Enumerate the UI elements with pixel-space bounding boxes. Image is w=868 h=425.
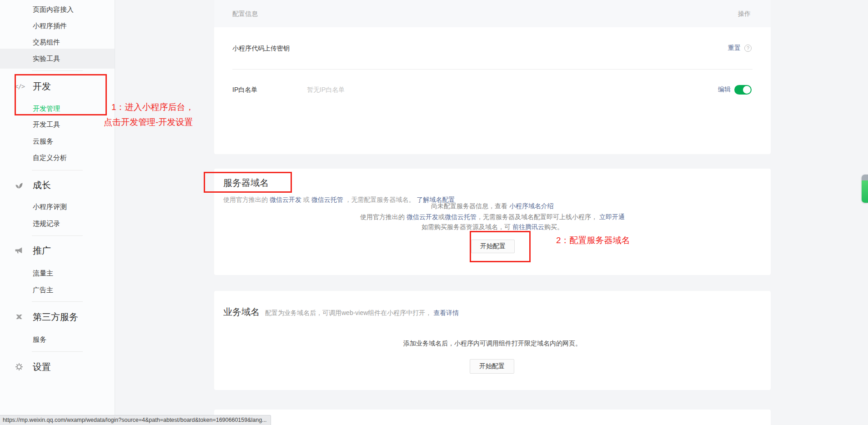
server-domain-card: 服务器域名 使用官方推出的 微信云开发 或 微信云托管 ，无需配置服务器域名。 … xyxy=(214,169,771,275)
floating-widget-cap xyxy=(862,175,868,180)
server-domain-empty-line1: 尚未配置服务器信息，查看 小程序域名介绍 xyxy=(214,201,771,211)
sidebar-item-cloud-service[interactable]: 云服务 xyxy=(33,136,53,146)
empty-text: ，无需服务器及域名配置即可上线小程序， xyxy=(477,213,599,220)
annotation-box-dev-management xyxy=(15,74,107,115)
sidebar-item-page-content-access[interactable]: 页面内容接入 xyxy=(33,5,74,15)
annotation-step1-line1: 1：进入小程序后台， xyxy=(104,100,194,115)
sidebar-divider xyxy=(32,301,83,302)
empty-text: 或 xyxy=(438,213,445,220)
subtitle-text: 配置为业务域名后，可调用web-view组件在小程序中打开， xyxy=(265,309,433,316)
sidebar-divider xyxy=(32,170,83,170)
business-domain-description: 添加业务域名后，小程序内可调用组件打开限定域名内的网页。 xyxy=(214,338,771,348)
upload-key-label: 小程序代码上传密钥 xyxy=(232,43,290,53)
sidebar-item-advertiser[interactable]: 广告主 xyxy=(33,285,53,295)
reset-key-link[interactable]: 重置 xyxy=(728,44,741,52)
sidebar-item-violation-record[interactable]: 违规记录 xyxy=(33,219,60,229)
status-bar-link-preview: https://mp.weixin.qq.com/wxamp/wedata/lo… xyxy=(0,415,271,425)
sidebar: 页面内容接入 小程序插件 交易组件 实验工具 </> 开发 开发管理 开发工具 … xyxy=(0,0,115,425)
goto-tencent-cloud-link[interactable]: 前往腾讯云 xyxy=(512,223,544,230)
sidebar-item-dev-tools[interactable]: 开发工具 xyxy=(33,120,60,130)
activate-now-link[interactable]: 立即开通 xyxy=(599,213,625,220)
annotation-step1: 1：进入小程序后台， 点击开发管理-开发设置 xyxy=(104,100,194,130)
server-domain-empty-line2: 使用官方推出的 微信云开发或微信云托管，无需服务器及域名配置即可上线小程序， 立… xyxy=(214,212,771,222)
config-info-title: 配置信息 xyxy=(232,9,258,19)
floating-helper-widget[interactable] xyxy=(862,175,868,203)
sidebar-item-experiment-tools[interactable]: 实验工具 xyxy=(33,54,60,64)
sidebar-item-miniprogram-plugin[interactable]: 小程序插件 xyxy=(33,21,67,31)
sidebar-divider xyxy=(32,235,83,236)
sidebar-item-custom-analysis[interactable]: 自定义分析 xyxy=(33,153,67,163)
sidebar-divider xyxy=(32,351,83,352)
sidebar-section-growth[interactable]: 成长 xyxy=(33,180,51,190)
server-domain-empty-line3: 如需购买服务器资源及域名，可 前往腾讯云购买。 xyxy=(214,222,771,232)
ip-whitelist-value: 暂无IP白名单 xyxy=(307,85,345,95)
empty-text: 如需购买服务器资源及域名，可 xyxy=(421,223,512,230)
help-icon[interactable]: ? xyxy=(744,45,752,52)
floating-widget-body xyxy=(862,180,868,203)
business-domain-subtitle: 配置为业务域名后，可调用web-view组件在小程序中打开， 查看详情 xyxy=(265,308,459,318)
annotation-box-server-domain xyxy=(204,172,292,193)
config-card-header: 配置信息 操作 xyxy=(214,0,771,27)
annotation-step1-line2: 点击开发管理-开发设置 xyxy=(104,115,194,130)
sidebar-section-third-party[interactable]: 第三方服务 xyxy=(33,311,78,322)
empty-text: 购买。 xyxy=(544,223,563,230)
sidebar-section-promotion[interactable]: 推广 xyxy=(33,245,51,256)
annotation-step2: 2：配置服务器域名 xyxy=(556,233,630,248)
sidebar-item-trade-component[interactable]: 交易组件 xyxy=(33,37,60,47)
sprout-icon xyxy=(15,180,25,190)
wechat-cloud-dev-link[interactable]: 微信云开发 xyxy=(406,213,438,220)
mp-domain-intro-link[interactable]: 小程序域名介绍 xyxy=(509,202,554,210)
toggle-knob xyxy=(743,86,751,94)
sidebar-item-mp-evaluation[interactable]: 小程序评测 xyxy=(33,202,67,212)
config-action-column-label: 操作 xyxy=(738,9,751,19)
ip-whitelist-label: IP白名单 xyxy=(232,85,257,95)
ip-whitelist-actions: 编辑 xyxy=(718,85,752,95)
wechat-cloud-hosting-link[interactable]: 微信云托管 xyxy=(445,213,477,220)
next-section-card xyxy=(214,410,771,425)
sidebar-item-service[interactable]: 服务 xyxy=(33,335,46,345)
business-domain-card: 业务域名 配置为业务域名后，可调用web-view组件在小程序中打开， 查看详情… xyxy=(214,291,771,390)
business-domain-title: 业务域名 xyxy=(223,306,260,317)
megaphone-icon xyxy=(15,246,25,256)
row-divider xyxy=(232,69,753,70)
empty-text: 尚未配置服务器信息，查看 xyxy=(431,202,509,210)
gear-icon xyxy=(15,362,25,372)
sidebar-item-traffic-owner[interactable]: 流量主 xyxy=(33,268,53,278)
business-domain-start-config-button[interactable]: 开始配置 xyxy=(470,359,514,374)
annotation-box-start-config xyxy=(470,231,531,262)
upload-key-actions: 重置 ? xyxy=(728,43,752,53)
config-info-card: 配置信息 操作 小程序代码上传密钥 重置 ? IP白名单 暂无IP白名单 编辑 xyxy=(214,0,771,154)
third-party-icon xyxy=(15,312,25,322)
empty-text: 使用官方推出的 xyxy=(360,213,406,220)
sidebar-divider xyxy=(32,70,83,71)
view-details-link[interactable]: 查看详情 xyxy=(433,309,459,316)
ip-whitelist-toggle[interactable] xyxy=(734,85,752,95)
sidebar-section-settings[interactable]: 设置 xyxy=(33,361,51,372)
edit-ip-whitelist-link[interactable]: 编辑 xyxy=(718,85,731,94)
